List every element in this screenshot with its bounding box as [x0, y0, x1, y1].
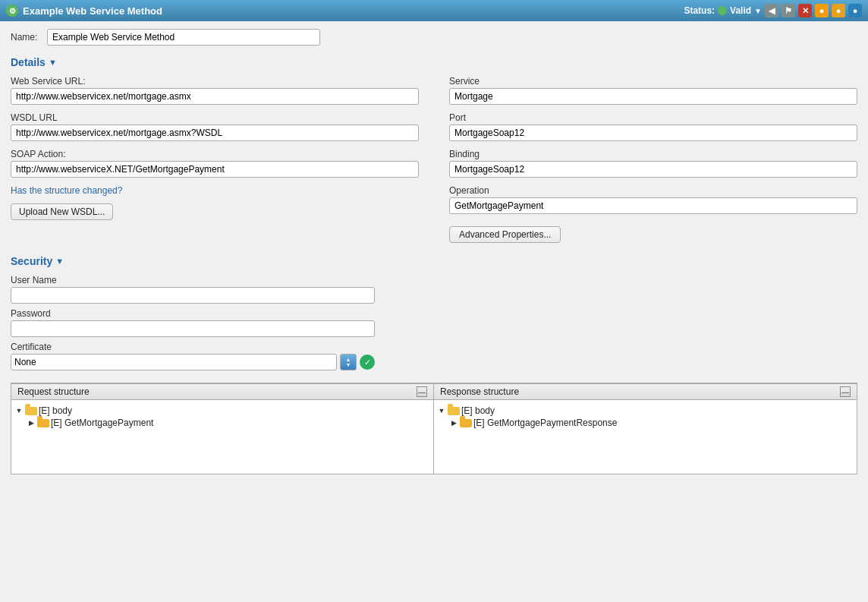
- details-grid: Web Service URL: WSDL URL SOAP Action: H…: [11, 76, 857, 243]
- certificate-label: Certificate: [11, 342, 857, 352]
- response-child-label: [E] GetMortgagePaymentResponse: [473, 418, 617, 428]
- wsdl-url-input[interactable]: [11, 124, 419, 141]
- service-group: Service: [449, 76, 857, 105]
- status-area: Status: Valid: [684, 5, 751, 16]
- details-left: Web Service URL: WSDL URL SOAP Action: H…: [11, 76, 419, 243]
- security-header: Security ▼: [11, 255, 857, 267]
- wsdl-url-group: WSDL URL: [11, 112, 419, 141]
- name-input[interactable]: [47, 29, 320, 46]
- request-structure-panel: Request structure — ▼ [E] body ▶ [E] Get…: [11, 383, 434, 474]
- service-input[interactable]: [449, 88, 857, 105]
- spinner-up-icon: ▲: [346, 357, 351, 362]
- port-group: Port: [449, 112, 857, 141]
- port-input[interactable]: [449, 124, 857, 141]
- request-child-label: [E] GetMortgagePayment: [51, 418, 153, 428]
- tree-child-row: ▶ [E] GetMortgagePayment: [14, 417, 430, 429]
- request-structure-header: Request structure —: [11, 384, 433, 400]
- username-input[interactable]: [11, 287, 375, 304]
- orange-icon[interactable]: ●: [832, 4, 845, 17]
- binding-group: Binding: [449, 149, 857, 178]
- advanced-group: Advanced Properties...: [449, 222, 857, 243]
- soap-action-group: SOAP Action:: [11, 149, 419, 178]
- status-label: Status:: [684, 5, 715, 16]
- soap-action-input[interactable]: [11, 161, 419, 178]
- titlebar: ⚙ Example Web Service Method Status: Val…: [0, 0, 868, 21]
- advanced-properties-button[interactable]: Advanced Properties...: [449, 226, 561, 243]
- response-folder-open-icon: [448, 407, 460, 415]
- binding-input[interactable]: [449, 161, 857, 178]
- response-tree-row: ▼ [E] body: [437, 405, 854, 417]
- response-minimize-button[interactable]: —: [840, 386, 851, 397]
- response-body-label: [E] body: [461, 405, 495, 416]
- security-arrow[interactable]: ▼: [55, 257, 64, 266]
- minimize-icon[interactable]: ●: [815, 4, 829, 17]
- username-group: User Name: [11, 275, 857, 304]
- status-dropdown[interactable]: ▼: [754, 7, 762, 15]
- details-header: Details ▼: [11, 56, 857, 68]
- name-row: Name:: [11, 29, 857, 46]
- password-label: Password: [11, 308, 857, 319]
- titlebar-left: ⚙ Example Web Service Method: [6, 5, 162, 17]
- operation-label: Operation: [449, 185, 857, 196]
- binding-label: Binding: [449, 149, 857, 159]
- response-tree-collapse-icon[interactable]: ▼: [437, 406, 446, 415]
- details-section: Details ▼ Web Service URL: WSDL URL SOAP…: [11, 56, 857, 243]
- response-structure-panel: Response structure — ▼ [E] body ▶ [E] Ge…: [434, 383, 857, 474]
- port-label: Port: [449, 112, 857, 123]
- app-icon: ⚙: [6, 5, 18, 17]
- spinner-down-icon: ▼: [346, 362, 351, 367]
- web-service-url-group: Web Service URL:: [11, 76, 419, 105]
- status-indicator: [718, 6, 727, 15]
- structure-row: Request structure — ▼ [E] body ▶ [E] Get…: [11, 383, 857, 474]
- close-icon[interactable]: ✕: [798, 4, 812, 17]
- tree-collapse-icon[interactable]: ▼: [14, 406, 24, 415]
- upload-group: Has the structure changed? Upload New WS…: [11, 185, 419, 220]
- certificate-select[interactable]: None: [11, 354, 337, 370]
- web-service-url-label: Web Service URL:: [11, 76, 419, 87]
- operation-group: Operation: [449, 185, 857, 214]
- status-value: Valid: [730, 5, 751, 16]
- name-label: Name:: [11, 32, 41, 43]
- response-tree-child-row: ▶ [E] GetMortgagePaymentResponse: [437, 417, 854, 429]
- flag-icon[interactable]: ⚑: [782, 4, 795, 17]
- cert-green-button[interactable]: ✓: [360, 355, 375, 370]
- tree-expand-icon[interactable]: ▶: [27, 418, 36, 427]
- tree-row: ▼ [E] body: [14, 405, 430, 417]
- cert-spinner[interactable]: ▲ ▼: [340, 354, 357, 370]
- folder-open-icon: [25, 407, 37, 415]
- request-structure-title: Request structure: [17, 386, 90, 397]
- response-structure-content: ▼ [E] body ▶ [E] GetMortgagePaymentRespo…: [434, 400, 857, 433]
- response-folder-icon: [460, 419, 472, 427]
- web-service-url-input[interactable]: [11, 88, 419, 105]
- service-label: Service: [449, 76, 857, 87]
- request-body-label: [E] body: [39, 405, 72, 416]
- window-title: Example Web Service Method: [23, 5, 162, 17]
- response-structure-header: Response structure —: [434, 384, 857, 400]
- request-structure-content: ▼ [E] body ▶ [E] GetMortgagePayment: [11, 400, 433, 433]
- password-group: Password: [11, 308, 857, 337]
- password-input[interactable]: [11, 320, 375, 337]
- details-title: Details: [11, 56, 46, 68]
- response-tree-expand-icon[interactable]: ▶: [449, 418, 458, 427]
- has-structure-link[interactable]: Has the structure changed?: [11, 185, 122, 196]
- upload-wsdl-button[interactable]: Upload New WSDL...: [11, 203, 113, 220]
- blue-icon[interactable]: ●: [848, 4, 862, 17]
- details-arrow[interactable]: ▼: [49, 58, 57, 67]
- main-content: Name: Details ▼ Web Service URL: WSDL UR…: [0, 21, 868, 602]
- response-structure-title: Response structure: [440, 386, 519, 397]
- username-label: User Name: [11, 275, 857, 285]
- security-title: Security: [11, 255, 52, 267]
- back-icon[interactable]: ◀: [765, 4, 778, 17]
- security-fields: User Name Password Certificate None ▲ ▼: [11, 275, 857, 370]
- titlebar-right: Status: Valid ▼ ◀ ⚑ ✕ ● ● ●: [684, 4, 862, 17]
- certificate-row: None ▲ ▼ ✓: [11, 354, 857, 370]
- folder-icon: [37, 419, 49, 427]
- security-section: Security ▼ User Name Password Certificat…: [11, 255, 857, 370]
- operation-input[interactable]: [449, 197, 857, 214]
- details-right: Service Port Binding Operation Advanced …: [449, 76, 857, 243]
- request-minimize-button[interactable]: —: [417, 386, 427, 397]
- certificate-group: Certificate None ▲ ▼ ✓: [11, 342, 857, 370]
- soap-action-label: SOAP Action:: [11, 149, 419, 159]
- wsdl-url-label: WSDL URL: [11, 112, 419, 123]
